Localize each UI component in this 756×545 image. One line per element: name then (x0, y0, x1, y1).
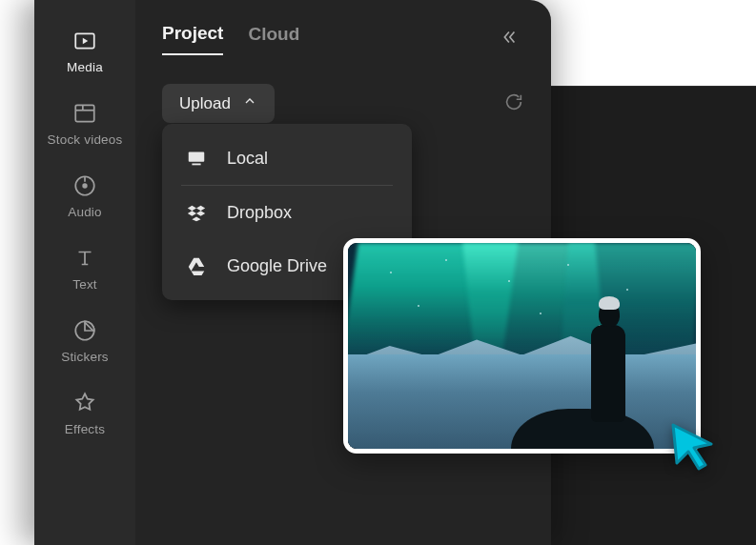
svg-rect-9 (189, 152, 205, 162)
svg-point-5 (82, 183, 87, 188)
sidebar: Media Stock videos Audio Text (34, 0, 135, 545)
sidebar-item-label: Effects (65, 422, 105, 436)
sidebar-item-stickers[interactable]: Stickers (61, 318, 109, 364)
sidebar-item-label: Stickers (61, 350, 109, 364)
stickers-icon (72, 318, 97, 343)
dropdown-item-label: Dropbox (227, 203, 292, 223)
sidebar-item-label: Media (67, 60, 103, 74)
thumbnail-image (348, 243, 696, 449)
cursor-icon (667, 419, 723, 478)
svg-rect-1 (75, 105, 94, 121)
audio-icon (72, 173, 97, 198)
chevron-up-icon (242, 93, 257, 113)
stock-videos-icon (72, 101, 97, 126)
effects-icon (72, 391, 97, 415)
svg-rect-10 (192, 164, 200, 166)
sidebar-item-effects[interactable]: Effects (65, 391, 105, 436)
sidebar-item-label: Text (72, 277, 97, 292)
tab-project[interactable]: Project (162, 23, 223, 55)
dropdown-item-label: Google Drive (227, 256, 327, 276)
local-icon (185, 147, 208, 170)
sidebar-item-audio[interactable]: Audio (68, 173, 102, 219)
upload-button-label: Upload (179, 94, 231, 113)
sidebar-item-label: Stock videos (48, 132, 123, 147)
upload-button[interactable]: Upload (162, 84, 275, 123)
dropdown-item-local[interactable]: Local (162, 131, 412, 185)
dropdown-item-dropbox[interactable]: Dropbox (162, 186, 412, 239)
collapse-panel-button[interactable] (498, 27, 519, 51)
refresh-button[interactable] (503, 91, 524, 116)
sidebar-item-stock-videos[interactable]: Stock videos (48, 101, 123, 147)
google-drive-icon (185, 254, 208, 277)
dropbox-icon (185, 201, 208, 224)
tab-cloud[interactable]: Cloud (248, 24, 299, 54)
dropdown-item-label: Local (227, 149, 268, 169)
media-thumbnail[interactable] (343, 238, 701, 454)
tabs: Project Cloud (162, 23, 524, 55)
text-icon (72, 246, 97, 271)
sidebar-item-label: Audio (68, 205, 102, 219)
media-icon (72, 29, 97, 53)
sidebar-item-media[interactable]: Media (67, 29, 103, 74)
sidebar-item-text[interactable]: Text (72, 246, 97, 292)
